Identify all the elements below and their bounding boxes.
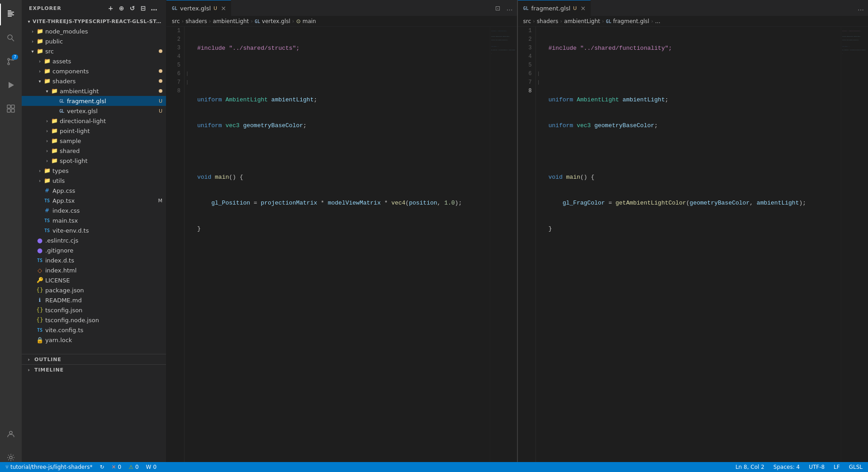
warning-icon: ⚠ <box>128 464 133 470</box>
sidebar-item-src[interactable]: ▾ 📁 src <box>22 46 166 56</box>
right-tab-actions: … <box>854 0 868 16</box>
sidebar-item-ambient-light[interactable]: ▾ 📁 ambientLight <box>22 86 166 96</box>
vertex-tab-badge: U <box>213 5 217 11</box>
outline-section-header[interactable]: › OUTLINE <box>22 354 166 364</box>
bc-src[interactable]: src <box>172 18 180 24</box>
sidebar-item-vite-config[interactable]: › TS vite.config.ts <box>22 325 166 335</box>
refresh-button[interactable]: ↺ <box>128 4 137 13</box>
sidebar-item-shaders[interactable]: ▾ 📁 shaders <box>22 76 166 86</box>
git-branch-item[interactable]: ⑂ tutorial/three-js/light-shaders* <box>4 462 94 472</box>
fragment-glsl-tab[interactable]: GL fragment.glsl U × <box>518 0 591 16</box>
cursor-position-item[interactable]: Ln 8, Col 2 <box>734 462 766 472</box>
language-item[interactable]: GLSL <box>847 462 864 472</box>
collapse-all-button[interactable]: ⊟ <box>139 4 148 13</box>
svg-text:uniform AmbientLight ambientLi: uniform AmbientLight ambientLight; <box>842 36 861 37</box>
shared-folder-icon: 📁 <box>51 147 58 154</box>
bc-ambient-light[interactable]: ambientLight <box>213 18 249 24</box>
semi-2: ; <box>303 121 307 130</box>
extensions-icon[interactable] <box>0 98 22 119</box>
sidebar-item-spot-light[interactable]: › 📁 spot-light <box>22 156 166 166</box>
sidebar-item-types[interactable]: › 📁 types <box>22 166 166 176</box>
search-icon[interactable] <box>0 27 22 49</box>
vertex-tab-gl-icon: GL <box>172 6 177 11</box>
explorer-icon[interactable] <box>0 4 22 25</box>
sidebar-item-vite-env[interactable]: › TS vite-env.d.ts <box>22 225 166 235</box>
ambient-light-modified-dot <box>159 89 162 93</box>
vertex-tab-close[interactable]: × <box>220 5 227 12</box>
git-branch-icon: ⑂ <box>5 464 9 470</box>
sidebar-item-shared[interactable]: › 📁 shared <box>22 146 166 156</box>
left-minimap: #include "../shared/structs"; uniform Am… <box>490 27 517 472</box>
sidebar-item-vertex-glsl[interactable]: › GL vertex.glsl U <box>22 106 166 116</box>
source-control-icon[interactable]: 7 <box>0 51 22 72</box>
sidebar-item-index-css[interactable]: › # index.css <box>22 205 166 215</box>
wissues-item[interactable]: W 0 <box>144 462 159 472</box>
sidebar-item-eslintrc[interactable]: › ● .eslintrc.cjs <box>22 235 166 245</box>
encoding-item[interactable]: UTF-8 <box>807 462 826 472</box>
sidebar-item-point-light[interactable]: › 📁 point-light <box>22 126 166 136</box>
bc-vertex-glsl[interactable]: vertex.glsl <box>262 18 290 24</box>
semi-1: ; <box>313 95 317 104</box>
more-actions-button[interactable]: … <box>150 4 159 13</box>
sidebar-item-directional-light[interactable]: › 📁 directional-light <box>22 116 166 126</box>
new-file-button[interactable]: + <box>106 4 115 13</box>
rbc-shaders[interactable]: shaders <box>537 18 558 24</box>
rbc-ellipsis[interactable]: ... <box>655 18 660 24</box>
right-more-actions-button[interactable]: … <box>855 3 866 14</box>
sidebar-item-gitignore[interactable]: › ● .gitignore <box>22 245 166 255</box>
ambient-light-arrow: ▾ <box>43 87 51 95</box>
new-folder-button[interactable]: ⊕ <box>117 4 126 13</box>
spaces-item[interactable]: Spaces: 4 <box>772 462 802 472</box>
rbc-gl-icon: GL <box>606 19 612 24</box>
errors-item[interactable]: ✕ 0 <box>109 462 123 472</box>
index-dts-label: index.d.ts <box>45 257 162 264</box>
vertex-glsl-tab[interactable]: GL vertex.glsl U × <box>166 0 231 16</box>
sidebar-item-readme[interactable]: › ℹ README.md <box>22 295 166 305</box>
sidebar-item-app-css[interactable]: › # App.css <box>22 186 166 195</box>
code-line-6: void main() { <box>197 173 490 181</box>
paren-open: ( <box>405 199 409 207</box>
right-code-content[interactable]: #include "../shared/functionality"; unif… <box>541 27 841 472</box>
project-root[interactable]: ▾ VITE-THREEJS-TYPESCRIPT-REACT-GLSL-STA… <box>22 16 166 26</box>
app-tsx-icon: TS <box>43 197 51 204</box>
sync-item[interactable]: ↻ <box>98 462 106 472</box>
sidebar-item-node-modules[interactable]: › 📁 node_modules <box>22 26 166 36</box>
sidebar-item-index-dts[interactable]: › TS index.d.ts <box>22 255 166 265</box>
sidebar-item-components[interactable]: › 📁 components <box>22 66 166 76</box>
svg-text:}: } <box>491 53 492 54</box>
rbc-src[interactable]: src <box>523 18 531 24</box>
fragment-glsl-badge: U <box>159 98 162 104</box>
sidebar-item-package-json[interactable]: › {} package.json <box>22 285 166 295</box>
sidebar-item-main-tsx[interactable]: › TS main.tsx <box>22 215 166 225</box>
sidebar-item-fragment-glsl[interactable]: › GL fragment.glsl U <box>22 96 166 106</box>
sidebar-item-yarn-lock[interactable]: › 🔒 yarn.lock <box>22 335 166 345</box>
r-parens: () { <box>580 173 594 181</box>
account-icon[interactable] <box>0 423 22 445</box>
sidebar-item-license[interactable]: › 🔑 LICENSE <box>22 275 166 285</box>
more-actions-tab-button[interactable]: … <box>504 3 515 14</box>
rbc-sep4: › <box>651 18 653 24</box>
sidebar-item-app-tsx[interactable]: › TS App.tsx M <box>22 195 166 205</box>
rbc-fragment-glsl[interactable]: fragment.glsl <box>613 18 650 24</box>
sidebar-item-index-html[interactable]: › ◇ index.html <box>22 265 166 275</box>
timeline-section-header[interactable]: › TIMELINE <box>22 365 166 375</box>
warnings-item[interactable]: ⚠ 0 <box>127 462 140 472</box>
sidebar-item-sample[interactable]: › 📁 sample <box>22 136 166 146</box>
types-arrow: › <box>36 167 43 174</box>
split-editor-button[interactable]: ⊡ <box>493 3 503 14</box>
fragment-tab-close[interactable]: × <box>579 5 587 12</box>
sidebar-item-tsconfig-node[interactable]: › {} tsconfig.node.json <box>22 315 166 325</box>
sidebar-item-assets[interactable]: › 📁 assets <box>22 56 166 66</box>
sidebar-item-public[interactable]: › 📁 public <box>22 36 166 46</box>
svg-rect-12 <box>11 105 14 108</box>
components-arrow: › <box>36 67 43 75</box>
sidebar-item-utils[interactable]: › 📁 utils <box>22 176 166 186</box>
run-debug-icon[interactable] <box>0 74 22 96</box>
left-code-content[interactable]: #include "../shared/structs"; uniform Am… <box>190 27 490 472</box>
svg-text:gl_FragColor = getAmbientLight: gl_FragColor = getAmbientLightColor(geom… <box>842 49 866 51</box>
bc-shaders[interactable]: shaders <box>185 18 207 24</box>
line-ending-item[interactable]: LF <box>832 462 842 472</box>
bc-main[interactable]: main <box>303 18 316 24</box>
rbc-ambient-light[interactable]: ambientLight <box>564 18 600 24</box>
sidebar-item-tsconfig[interactable]: › {} tsconfig.json <box>22 305 166 315</box>
